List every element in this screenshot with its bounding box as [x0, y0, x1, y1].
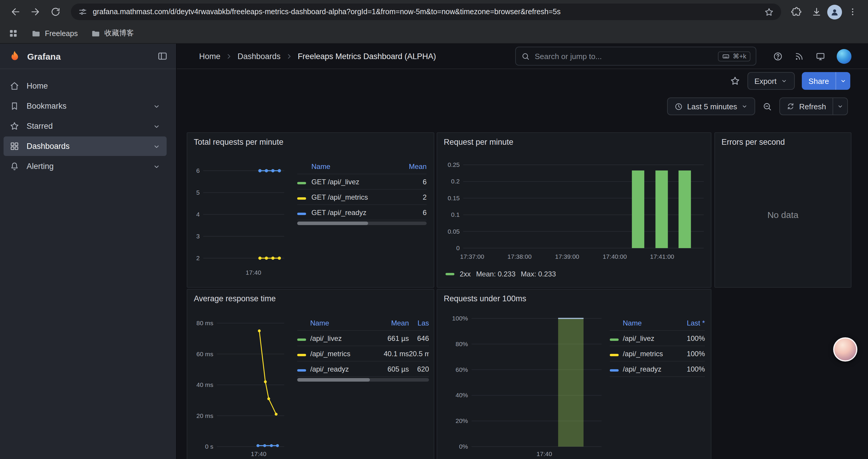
forward-button[interactable]	[26, 2, 45, 21]
svg-text:17:38:00: 17:38:00	[507, 253, 532, 260]
chevron-down-icon[interactable]	[152, 142, 161, 150]
legend-row[interactable]: GET /api/_readyz6	[297, 205, 427, 220]
svg-text:4: 4	[196, 211, 200, 218]
legend-header: NameMeanLas	[297, 316, 429, 331]
legend-row[interactable]: 2xx Mean: 0.233 Max: 0.233	[445, 270, 556, 278]
chevron-down-icon[interactable]	[152, 162, 161, 170]
grafana-sidebar: Grafana Home Bookmarks Starred	[0, 44, 177, 459]
refresh-button[interactable]: Refresh	[780, 97, 848, 115]
svg-text:0.1: 0.1	[451, 211, 460, 218]
sidebar-nav: Home Bookmarks Starred D	[0, 69, 176, 176]
svg-text:60%: 60%	[456, 366, 468, 373]
bell-icon	[9, 161, 20, 171]
svg-text:0 s: 0 s	[205, 443, 213, 450]
address-bar[interactable]: grafana.mathmast.com/d/deytv4rwavabkb/fr…	[71, 4, 781, 20]
site-settings-icon[interactable]	[78, 7, 88, 17]
help-icon[interactable]	[773, 51, 783, 61]
sidebar-item-label: Bookmarks	[27, 102, 66, 110]
bookmarks-bar: Freeleaps 收藏博客	[0, 24, 868, 44]
grafana-logo[interactable]	[8, 50, 21, 63]
reload-button[interactable]	[46, 2, 65, 21]
legend-row[interactable]: /api/_metrics40.1 ms20.5 m	[297, 346, 429, 362]
svg-text:80 ms: 80 ms	[196, 320, 213, 326]
sidebar-item-bookmarks[interactable]: Bookmarks	[4, 96, 167, 116]
apps-grid-icon[interactable]	[8, 28, 18, 38]
legend-scrollbar[interactable]	[297, 222, 427, 225]
search-input[interactable]: Search or jump to... ⌘+k	[515, 47, 756, 66]
request-per-minute-chart[interactable]: 0.250.20.150.10.05017:37:0017:38:0017:39…	[441, 153, 707, 271]
reload-icon	[50, 6, 61, 17]
breadcrumb-dashboards[interactable]: Dashboards	[238, 52, 281, 61]
downloads-button[interactable]	[807, 2, 826, 21]
legend-row[interactable]: /api/_metrics100%	[610, 346, 705, 362]
chevron-down-icon[interactable]	[152, 102, 161, 110]
series-color-icon	[297, 354, 306, 356]
legend-row[interactable]: /api/_readyz100%	[610, 362, 705, 377]
chevron-down-icon[interactable]	[152, 122, 161, 130]
svg-text:17:40: 17:40	[251, 451, 267, 457]
legend-stat-mean: Mean: 0.233	[476, 270, 515, 278]
svg-text:17:40:00: 17:40:00	[603, 253, 627, 260]
favorite-star-icon[interactable]	[730, 76, 740, 86]
svg-text:40%: 40%	[456, 392, 468, 398]
share-label[interactable]: Share	[802, 72, 836, 90]
legend-row[interactable]: /api/_readyz605 µs620	[297, 362, 429, 377]
monitor-icon[interactable]	[815, 51, 826, 61]
browser-profile-avatar[interactable]	[827, 4, 842, 19]
panel-title[interactable]: Total requests per minute	[187, 133, 434, 151]
total-requests-chart[interactable]: 6543217:40	[191, 154, 292, 281]
search-icon	[521, 52, 530, 61]
time-range-picker[interactable]: Last 5 minutes	[667, 97, 755, 115]
average-response-time-chart[interactable]: 80 ms60 ms40 ms20 ms0 s17:40	[191, 311, 295, 459]
assistant-avatar-overlay[interactable]	[833, 337, 857, 362]
legend-stat-max: Max: 0.233	[521, 270, 556, 278]
svg-text:20 ms: 20 ms	[196, 412, 213, 419]
breadcrumb-home[interactable]: Home	[199, 52, 220, 61]
sidebar-item-label: Alerting	[27, 162, 54, 171]
bookmark-folder-blogs[interactable]: 收藏博客	[91, 28, 134, 38]
sidebar-item-label: Dashboards	[27, 142, 70, 151]
legend-row[interactable]: /api/_livez100%	[610, 331, 705, 346]
back-button[interactable]	[6, 2, 25, 21]
svg-text:0.2: 0.2	[451, 178, 460, 185]
scrollbar-thumb[interactable]	[297, 378, 370, 382]
extensions-button[interactable]	[787, 2, 806, 21]
sidebar-toggle-icon[interactable]	[157, 51, 168, 61]
panel-title[interactable]: Average response time	[187, 290, 434, 307]
legend-row[interactable]: GET /api/_livez6	[297, 174, 427, 190]
no-data-message: No data	[715, 210, 851, 220]
requests-under-100ms-chart[interactable]: 100%80%60%40%20%0%17:40	[441, 311, 612, 458]
panel-title[interactable]: Requests under 100ms	[437, 290, 711, 307]
share-menu-button[interactable]	[836, 72, 850, 90]
download-icon	[811, 6, 822, 17]
sidebar-item-label: Starred	[27, 122, 53, 131]
browser-menu-button[interactable]	[843, 2, 862, 21]
share-button[interactable]: Share	[802, 72, 850, 90]
svg-text:17:39:00: 17:39:00	[555, 253, 579, 260]
panel-title[interactable]: Request per minute	[437, 133, 711, 151]
series-name: 2xx	[460, 270, 471, 278]
zoom-out-button[interactable]	[760, 97, 775, 115]
svg-text:6: 6	[196, 167, 200, 174]
grafana-user-avatar[interactable]	[837, 49, 851, 64]
refresh-icon	[787, 102, 795, 110]
scrollbar-thumb[interactable]	[297, 222, 368, 225]
legend-scrollbar[interactable]	[297, 378, 429, 382]
bookmark-star-icon[interactable]	[764, 7, 774, 17]
panel-title[interactable]: Errors per second	[715, 133, 851, 151]
sidebar-item-alerting[interactable]: Alerting	[4, 157, 167, 176]
refresh-main[interactable]: Refresh	[780, 97, 833, 115]
svg-text:0.25: 0.25	[447, 161, 460, 168]
refresh-interval-button[interactable]	[833, 97, 848, 115]
legend-row[interactable]: /api/_livez661 µs646	[297, 331, 429, 346]
legend-row[interactable]: GET /api/_metrics2	[297, 190, 427, 205]
forward-arrow-icon	[30, 6, 41, 17]
sidebar-item-starred[interactable]: Starred	[4, 117, 167, 136]
sidebar-item-home[interactable]: Home	[4, 76, 167, 96]
kebab-menu-icon	[848, 7, 857, 17]
news-rss-icon[interactable]	[794, 51, 804, 61]
sidebar-item-dashboards[interactable]: Dashboards	[4, 136, 167, 156]
bookmark-folder-freeleaps[interactable]: Freeleaps	[31, 29, 78, 38]
export-button[interactable]: Export	[747, 72, 795, 90]
svg-text:100%: 100%	[452, 315, 468, 322]
